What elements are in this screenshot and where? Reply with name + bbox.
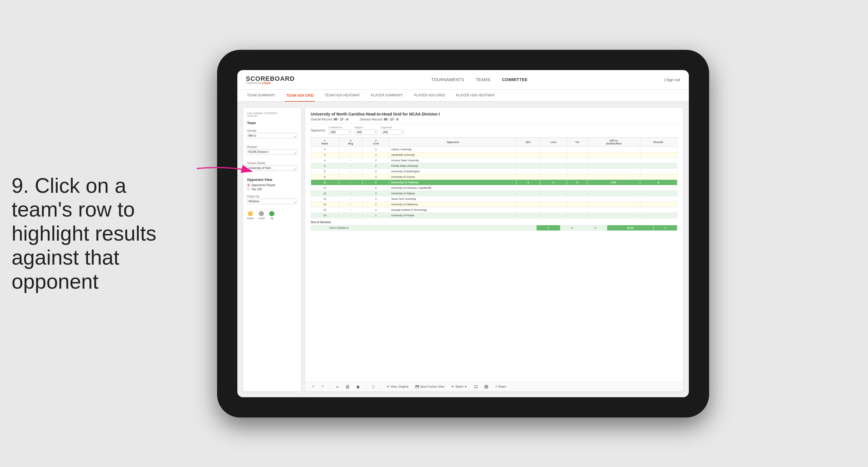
th-opponent: Opponent <box>389 138 517 146</box>
copy-btn[interactable] <box>345 384 350 389</box>
panel-records: Overall Record: 89 - 17 - 0 Division Rec… <box>311 118 677 121</box>
tab-team-h2h-heatmap[interactable]: TEAM H2H HEATMAP <box>323 90 361 101</box>
table-row[interactable]: 14-2University of Oklahoma <box>311 202 677 207</box>
out-division-row[interactable]: NCAA Division II 1 0 0 26.00 3 <box>311 225 677 230</box>
screen-btn[interactable] <box>473 384 479 389</box>
conf-cell: 1 <box>363 157 389 163</box>
table-row[interactable]: 8-2University of Washington <box>311 169 677 174</box>
table-row[interactable]: 2-1Auburn University <box>311 146 677 152</box>
opponent-cell: University of Oklahoma <box>389 202 517 207</box>
reg-cell: - <box>339 207 362 212</box>
table-row[interactable]: 11-5University of Alabama3002.618 <box>311 179 677 185</box>
th-rank: #Rank <box>311 138 339 146</box>
reg-cell: - <box>339 185 362 191</box>
reg-cell: - <box>339 191 362 196</box>
sign-out[interactable]: | Sign out <box>664 78 680 82</box>
clock-btn[interactable]: ◯ <box>370 384 376 389</box>
tie-cell <box>567 146 588 152</box>
table-row[interactable]: 3-2Vanderbilt University <box>311 152 677 157</box>
rank-cell: 9 <box>311 174 339 179</box>
tab-team-summary[interactable]: TEAM SUMMARY <box>246 90 277 101</box>
legend-dot-down <box>248 211 253 216</box>
conf-cell: 4 <box>363 207 389 212</box>
rank-cell: 16 <box>311 212 339 218</box>
redo-btn[interactable]: ↷ <box>320 384 325 389</box>
view-original-btn[interactable]: 👁 View: Original <box>385 384 410 389</box>
rounds-cell <box>640 185 677 191</box>
colour-by-label: Colour by <box>247 195 297 198</box>
tie-cell <box>567 202 588 207</box>
division-select[interactable]: NCAA Division I <box>247 149 297 155</box>
rank-cell: 14 <box>311 202 339 207</box>
diff-cell <box>588 163 640 169</box>
win-cell <box>516 174 540 179</box>
share-btn[interactable]: ↗ Share <box>494 384 507 389</box>
nav-tournaments[interactable]: TOURNAMENTS <box>431 75 464 84</box>
tie-cell <box>567 185 588 191</box>
division-select-wrapper: NCAA Division I <box>247 149 297 157</box>
rank-cell: 2 <box>311 146 339 152</box>
opponent-filter[interactable]: (All) <box>381 129 404 135</box>
svg-rect-2 <box>347 385 349 387</box>
svg-rect-6 <box>485 387 486 388</box>
rounds-cell <box>640 196 677 202</box>
loss-cell: 0 <box>540 179 567 185</box>
nav-links: TOURNAMENTS TEAMS COMMITTEE <box>431 75 528 84</box>
tab-player-summary[interactable]: PLAYER SUMMARY <box>370 90 404 101</box>
cut-btn[interactable] <box>334 384 340 389</box>
top-nav: SCOREBOARD Powered by clippd TOURNAMENTS… <box>237 70 689 90</box>
last-updated: Last Updated: 27/03/2024 16:55:38 <box>247 112 297 118</box>
th-rounds: Rounds <box>640 138 677 146</box>
opponent-select-wrap: (All) <box>381 129 404 135</box>
table-row[interactable]: 11-6University of Arkansas, Fayetteville <box>311 185 677 191</box>
colour-select[interactable]: Win/loss <box>247 199 297 204</box>
conf-cell: 6 <box>363 185 389 191</box>
table-row[interactable]: 16-1University of Florida <box>311 212 677 218</box>
save-custom-view-btn[interactable]: 💾 Save Custom View <box>414 384 445 389</box>
region-select-wrap: (All) <box>354 129 378 135</box>
region-filter[interactable]: (All) <box>354 129 378 135</box>
loss-cell <box>540 196 567 202</box>
rank-cell: 15 <box>311 207 339 212</box>
conference-filter[interactable]: (All) <box>329 129 352 135</box>
loss-cell <box>540 174 567 179</box>
rank-cell: 6 <box>311 163 339 169</box>
grid-btn[interactable] <box>483 384 489 389</box>
tablet-screen: SCOREBOARD Powered by clippd TOURNAMENTS… <box>237 70 689 397</box>
tab-player-h2h-heatmap[interactable]: PLAYER H2H HEATMAP <box>455 90 496 101</box>
svg-rect-5 <box>487 385 488 386</box>
table-row[interactable]: 6-2Florida State University <box>311 163 677 169</box>
win-cell <box>516 196 540 202</box>
loss-cell <box>540 185 567 191</box>
watch-btn[interactable]: 👁 Watch ▼ <box>450 384 468 389</box>
table-row[interactable]: 15-4Georgia Institute of Technology <box>311 207 677 212</box>
win-cell <box>516 185 540 191</box>
paste-btn[interactable] <box>355 384 361 389</box>
legend-up: Up <box>269 211 274 220</box>
view-original-icon: 👁 <box>387 385 390 388</box>
loss-cell <box>540 169 567 174</box>
table-row[interactable]: 9-3University of Arizona <box>311 174 677 179</box>
tie-cell <box>567 207 588 212</box>
reg-cell: - <box>339 196 362 202</box>
conf-cell: 5 <box>363 179 389 185</box>
conf-cell: 2 <box>363 152 389 157</box>
th-loss: Loss <box>540 138 567 146</box>
table-row[interactable]: 12-3University of Virginia <box>311 191 677 196</box>
nav-teams[interactable]: TEAMS <box>476 75 491 84</box>
tab-team-h2h-grid[interactable]: TEAM H2H GRID <box>285 90 315 101</box>
gender-select[interactable]: Men's <box>247 133 297 138</box>
radio-top-100[interactable]: Top 100 <box>247 187 297 191</box>
nav-committee[interactable]: COMMITTEE <box>502 75 528 84</box>
table-row[interactable]: 13-1Texas Tech University <box>311 196 677 202</box>
step-number: 9. <box>11 174 29 197</box>
loss-cell <box>540 212 567 218</box>
tab-player-h2h-grid[interactable]: PLAYER H2H GRID <box>413 90 446 101</box>
logo-block: SCOREBOARD Powered by clippd <box>246 75 295 85</box>
conf-cell: 2 <box>363 202 389 207</box>
table-row[interactable]: 4-1Arizona State University <box>311 157 677 163</box>
rounds-cell <box>640 212 677 218</box>
undo-btn[interactable]: ↶ <box>311 384 315 389</box>
colour-select-wrapper: Win/loss <box>247 199 297 207</box>
radio-opponents-played[interactable]: Opponents Played <box>247 183 297 187</box>
